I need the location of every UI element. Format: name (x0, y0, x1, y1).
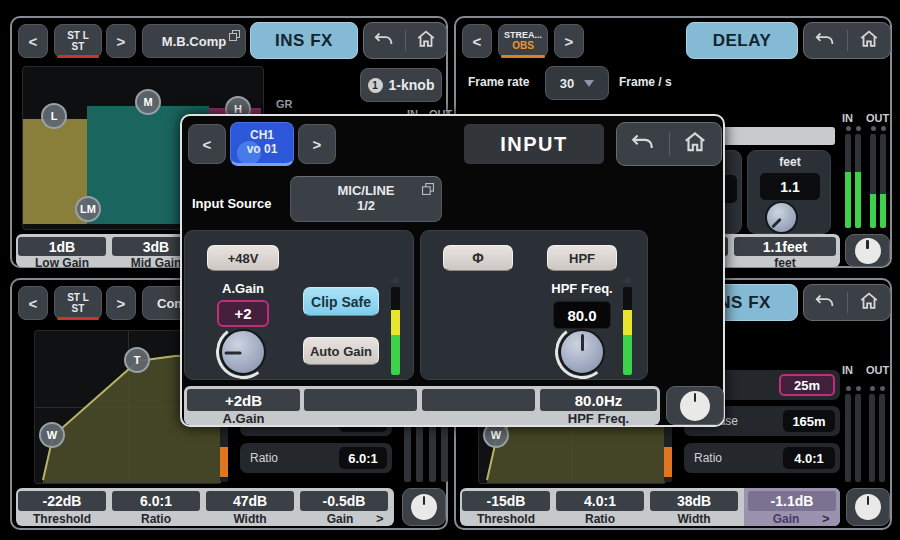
param-cell-ratio[interactable]: 4.0:1 (556, 491, 644, 511)
channel-color-bar (501, 55, 545, 58)
undo-icon[interactable] (373, 28, 395, 54)
frame-rate-dropdown[interactable]: 30 (545, 66, 609, 100)
prev-channel-button[interactable]: < (18, 24, 48, 58)
param-cell-again[interactable]: +2dB (187, 389, 300, 411)
mixer-screen: < ST LST > M.B.Comp INS FX L M H LM GR (0, 0, 900, 540)
home-icon[interactable] (858, 28, 880, 54)
param-strip: +2dB A.Gain 80.0Hz HPF Freq. (184, 386, 660, 425)
undo-icon[interactable] (814, 28, 836, 54)
peak-dot (870, 386, 875, 391)
param-cell-threshold[interactable]: -15dB (462, 491, 550, 511)
touch-knob-assign[interactable] (402, 488, 446, 526)
param-strip: -22dB Threshold 6.0:1 Ratio 47dB Width -… (16, 488, 394, 526)
nav-group (803, 22, 891, 59)
param-cell-gain-selected[interactable]: -1.1dB (748, 491, 836, 511)
channel-color-bar (57, 317, 99, 320)
copy-icon (229, 29, 240, 44)
param-cell-feet[interactable]: 1.1feet (734, 237, 836, 256)
meter-out-r (879, 394, 885, 482)
channel-select-button[interactable]: CH1 vo 01 (230, 122, 294, 166)
threshold-handle[interactable]: T (124, 347, 150, 373)
param-label: Gain (300, 512, 380, 526)
prev-channel-button[interactable]: < (462, 24, 492, 58)
lowmid-crossover-handle[interactable]: LM (75, 196, 101, 222)
param-cell[interactable] (422, 389, 535, 411)
channel-select-button[interactable]: ST LST (54, 286, 102, 320)
param-strip: -15dB Threshold 4.0:1 Ratio 38dB Width -… (460, 488, 840, 526)
prev-channel-button[interactable]: < (188, 124, 226, 164)
prev-channel-button[interactable]: < (18, 286, 48, 320)
divider (669, 132, 670, 156)
chevron-down-icon (584, 80, 594, 87)
param-row-ratio[interactable]: Ratio 6.0:1 (240, 443, 392, 473)
phase-button[interactable]: Φ (443, 245, 513, 271)
param-cell-ratio[interactable]: 6.0:1 (112, 491, 200, 511)
home-icon[interactable] (682, 129, 708, 159)
undo-icon[interactable] (630, 129, 656, 159)
tab-ins-fx[interactable]: INS FX (250, 22, 358, 59)
peak-dot (880, 386, 885, 391)
meter-out-l (869, 394, 875, 482)
next-channel-button[interactable]: > (106, 24, 136, 58)
next-channel-button[interactable]: > (554, 24, 584, 58)
param-label: A.Gain (187, 411, 300, 426)
peak-dot (846, 386, 851, 391)
phase-hpf-section: Φ HPF HPF Freq. 80.0 (420, 230, 648, 380)
copy-icon (422, 183, 434, 199)
frame-unit-label: Frame / s (619, 75, 672, 89)
param-cell-width[interactable]: 47dB (206, 491, 294, 511)
gr-label: GR (276, 98, 293, 110)
knob-icon (680, 391, 710, 421)
touch-knob-assign[interactable] (666, 386, 724, 425)
param-cell-gain[interactable]: -0.5dB (300, 491, 388, 511)
more-params-chevron[interactable]: > (822, 511, 830, 526)
again-knob[interactable] (220, 329, 266, 375)
param-cell-threshold[interactable]: -22dB (18, 491, 106, 511)
feet-label: feet (748, 155, 832, 169)
home-icon[interactable] (858, 290, 880, 316)
next-channel-button[interactable]: > (106, 286, 136, 320)
one-knob-button[interactable]: 1 1-knob (360, 68, 442, 102)
knob-icon (855, 494, 881, 520)
channel-select-button[interactable]: STREA... OBS (498, 24, 548, 58)
param-label: Gain (748, 512, 824, 526)
feet-knob[interactable] (765, 201, 798, 234)
out-label: OUT (866, 364, 889, 376)
next-channel-button[interactable]: > (298, 124, 336, 164)
tab-delay[interactable]: DELAY (686, 22, 798, 59)
hpf-freq-knob[interactable] (559, 329, 605, 375)
channel-select-button[interactable]: ST LST (54, 24, 102, 58)
mid-band-handle[interactable]: M (135, 89, 161, 115)
auto-gain-button[interactable]: Auto Gain (303, 337, 379, 365)
param-cell[interactable] (304, 389, 417, 411)
divider (405, 30, 406, 50)
divider (847, 292, 848, 312)
more-params-chevron[interactable]: > (376, 511, 384, 526)
param-row-ratio[interactable]: Ratio 4.0:1 (684, 443, 840, 473)
phantom-48v-button[interactable]: +48V (207, 245, 279, 271)
low-band-handle[interactable]: L (41, 103, 67, 129)
module-name-button[interactable]: M.B.Comp (142, 24, 246, 58)
feet-value[interactable]: 1.1 (760, 173, 820, 200)
width-handle[interactable]: W (39, 422, 65, 448)
again-value[interactable]: +2 (217, 300, 269, 327)
param-label: Ratio (112, 512, 200, 526)
param-cell-hpf-freq[interactable]: 80.0Hz (540, 389, 657, 411)
param-cell-lowgain[interactable]: 1dB (18, 237, 106, 256)
hpf-button[interactable]: HPF (547, 245, 617, 271)
meter-in-r (855, 134, 861, 228)
touch-knob-assign[interactable] (846, 488, 890, 526)
clip-safe-button[interactable]: Clip Safe (303, 287, 379, 316)
touch-knob-assign[interactable] (845, 234, 890, 267)
meter-out-r (880, 134, 886, 228)
undo-icon[interactable] (814, 290, 836, 316)
peak-dot (846, 126, 851, 131)
peak-dot (871, 126, 876, 131)
param-label: Threshold (18, 512, 106, 526)
meter-in-l (845, 134, 851, 228)
param-cell-width[interactable]: 38dB (650, 491, 738, 511)
param-label: Low Gain (18, 256, 106, 270)
home-icon[interactable] (415, 28, 437, 54)
peak-dot (392, 277, 399, 284)
input-source-button[interactable]: MIC/LINE 1/2 (290, 176, 442, 222)
